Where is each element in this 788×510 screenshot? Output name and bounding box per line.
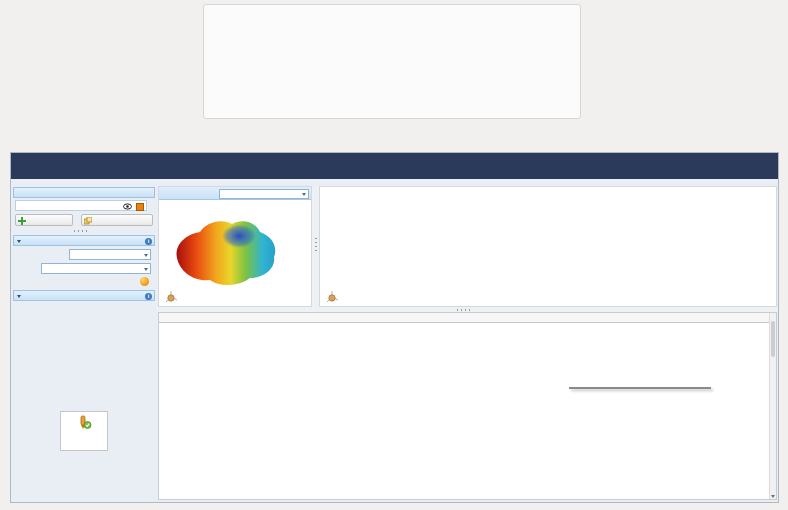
visibility-eye-icon[interactable] (123, 203, 132, 210)
element-pattern-viewer (158, 186, 312, 307)
splitter-dots (457, 309, 473, 311)
array-layout-viewer[interactable] (319, 186, 777, 307)
gain-legend (271, 257, 307, 258)
element-table (158, 312, 777, 500)
plus-icon (18, 217, 26, 225)
antenna-gallery (203, 4, 581, 119)
window-titlebar (11, 153, 778, 179)
viewer-splitter[interactable] (312, 186, 319, 307)
collapse-arrow-icon (17, 240, 21, 243)
pattern-viewer-header (159, 187, 311, 200)
duplicate-array-button[interactable] (81, 214, 153, 226)
info-icon[interactable] (145, 293, 152, 300)
collapse-arrow-icon (17, 295, 21, 298)
arrays-section-header (13, 187, 155, 198)
info-icon[interactable] (145, 238, 152, 245)
splitter-dots (315, 238, 317, 254)
array-list-item[interactable] (15, 200, 147, 211)
axis-triad-icon (164, 290, 179, 303)
pattern-dropdown-list (569, 387, 711, 389)
array-color-swatch[interactable] (136, 203, 144, 211)
scrollbar-thumb[interactable] (771, 321, 775, 357)
chevron-down-icon (144, 268, 148, 271)
dmax-dropdown[interactable] (41, 263, 151, 274)
sidebar (11, 179, 157, 502)
table-body (159, 323, 769, 499)
duplicate-icon (84, 217, 92, 225)
synthesize-icon (76, 415, 92, 430)
choose-pattern-section-header[interactable] (13, 235, 155, 246)
element-patterns-section-header[interactable] (13, 290, 155, 301)
chevron-down-icon (302, 193, 306, 196)
choose-pattern-dropdown[interactable] (69, 249, 151, 260)
axis-triad-icon (325, 290, 340, 303)
table-scrollbar[interactable] (769, 313, 776, 499)
chevron-down-icon (144, 254, 148, 257)
gain-pattern-3d-plot[interactable] (163, 208, 288, 293)
new-array-button[interactable] (15, 214, 73, 226)
table-header (159, 313, 769, 323)
window-body (11, 179, 778, 502)
section-splitter-handle[interactable] (74, 230, 90, 232)
plot-quantity-dropdown[interactable] (219, 189, 309, 199)
synthesize-button[interactable] (60, 411, 108, 451)
scroll-down-arrow-icon[interactable] (771, 495, 775, 498)
main-area (157, 179, 778, 502)
add-pattern-button[interactable] (140, 277, 149, 286)
array-window (10, 152, 779, 503)
